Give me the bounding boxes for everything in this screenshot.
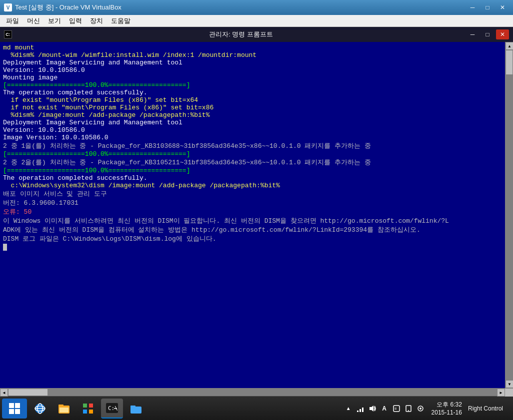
- vbox-close-button[interactable]: ✕: [496, 2, 509, 12]
- svg-rect-3: [15, 409, 20, 414]
- menu-file[interactable]: 파일: [2, 15, 23, 26]
- cmd-titlebar: C: 관리자: 명령 프롬프트 ─ □ ✕: [0, 27, 513, 42]
- cmd-line: Image Version: 10.0.10586.0: [3, 134, 496, 141]
- cmd-minimize-button[interactable]: ─: [466, 29, 479, 39]
- tablet-tray-icon[interactable]: [404, 404, 414, 414]
- svg-rect-1: [15, 403, 20, 408]
- svg-text:≡: ≡: [394, 407, 397, 411]
- menu-devices[interactable]: 장치: [86, 15, 107, 26]
- cmd-line: Version: 10.0.10586.0: [3, 126, 496, 134]
- hscroll-right-button[interactable]: ►: [497, 389, 505, 397]
- hscroll-left-button[interactable]: ◄: [0, 389, 8, 397]
- cmd-body[interactable]: md mount %dism% /mount-wim /wimfile:inst…: [0, 42, 505, 388]
- cmd-icon-title: C:: [4, 30, 12, 38]
- cmd-line: 2 중 1을(를) 처리하는 중 - Package_for_KB3103688…: [3, 141, 496, 150]
- cmd-line: %dism% /mount-wim /wimfile:install.wim /…: [3, 51, 496, 59]
- cmd-line: if exist "mount\Program Files (x86)" set…: [3, 96, 496, 104]
- cmd-window-area: C: 관리자: 명령 프롬프트 ─ □ ✕ md mount %dism% /m…: [0, 27, 513, 420]
- cmd-text-content[interactable]: md mount %dism% /mount-wim /wimfile:inst…: [0, 42, 499, 388]
- svg-rect-2: [9, 409, 14, 414]
- cmd-content-area: md mount %dism% /mount-wim /wimfile:inst…: [0, 42, 513, 396]
- vbox-title: Test [실행 중] - Oracle VM VirtualBox: [15, 3, 466, 12]
- cmd-line: Mounting image: [3, 74, 496, 81]
- cmd-taskbar-icon[interactable]: C:\: [101, 399, 123, 419]
- cmd-line: ADK에 있는 최신 버전의 DISM을 컴퓨터에 설치하는 방법은 http:…: [3, 225, 496, 234]
- scrollbar-corner: [505, 389, 513, 397]
- cmd-body-row: md mount %dism% /mount-wim /wimfile:inst…: [0, 42, 513, 388]
- menu-input[interactable]: 입력: [65, 15, 86, 26]
- folder-taskbar-icon[interactable]: [125, 399, 147, 419]
- clock-date: 2015-11-16: [432, 409, 462, 416]
- svg-rect-18: [130, 407, 142, 414]
- svg-rect-13: [83, 410, 87, 414]
- svg-rect-22: [362, 408, 364, 412]
- clock-time: 오후 6:32: [432, 401, 462, 409]
- svg-point-27: [408, 410, 409, 411]
- svg-rect-20: [357, 411, 358, 412]
- vbox-icon: V: [4, 3, 12, 11]
- svg-rect-12: [89, 404, 93, 408]
- ie-taskbar-icon[interactable]: [29, 399, 51, 419]
- cmd-line: [3, 243, 496, 251]
- svg-marker-23: [370, 406, 374, 412]
- vscroll-thumb[interactable]: [506, 50, 513, 75]
- hscrollbar[interactable]: ◄ ►: [0, 388, 513, 396]
- svg-point-29: [420, 408, 422, 410]
- cmd-line: 배포 이미지 서비스 및 관리 도구: [3, 189, 496, 198]
- cmd-line: [====================100.0%=============…: [3, 167, 496, 174]
- hscroll-track[interactable]: [8, 389, 497, 396]
- menu-machine[interactable]: 머신: [23, 15, 44, 26]
- cmd-line: c:\Windows\system32\dism /image:mount /a…: [3, 182, 496, 189]
- vscroll-up-button[interactable]: ▲: [506, 42, 513, 50]
- taskbar: C:\ ▲: [0, 396, 513, 420]
- show-hidden-icons-button[interactable]: ▲: [344, 404, 354, 414]
- cmd-line: [====================100.0%=============…: [3, 150, 496, 158]
- cmd-line: if not exist "mount\Program Files (x86)"…: [3, 104, 496, 111]
- cmd-line: Deployment Image Servicing and Managemen…: [3, 119, 496, 126]
- hscroll-thumb[interactable]: [8, 389, 48, 396]
- keyboard-tray-icon[interactable]: A: [380, 404, 390, 414]
- cmd-line: The operation completed successfully.: [3, 89, 496, 96]
- menu-view[interactable]: 보기: [44, 15, 65, 26]
- notification-tray-icon[interactable]: ≡: [392, 404, 402, 414]
- cmd-title: 관리자: 명령 프롬프트: [16, 30, 466, 39]
- vbox-minimize-button[interactable]: ─: [466, 2, 479, 12]
- cmd-line: The operation completed successfully.: [3, 174, 496, 182]
- clock-display[interactable]: 오후 6:32 2015-11-16: [428, 401, 462, 416]
- svg-rect-14: [89, 410, 93, 414]
- cmd-window-controls: ─ □ ✕: [466, 29, 509, 39]
- svg-rect-11: [83, 404, 87, 408]
- svg-rect-10: [60, 408, 68, 413]
- vbox-restore-button[interactable]: □: [481, 2, 494, 12]
- vbox-window-controls: ─ □ ✕: [466, 2, 509, 12]
- cmd-line: 버전: 6.3.9600.17031: [3, 198, 496, 207]
- cmd-line: DISM 로그 파일은 C:\Windows\Logs\DISM\dism.lo…: [3, 234, 496, 243]
- svg-rect-21: [360, 409, 361, 412]
- virtualbox-window: V Test [실행 중] - Oracle VM VirtualBox ─ □…: [0, 0, 513, 420]
- vscroll-track[interactable]: [506, 50, 513, 380]
- cmd-line: 2 중 2을(를) 처리하는 중 - Package_for_KB3105211…: [3, 158, 496, 167]
- taskbar-tray: ▲ A: [340, 401, 511, 416]
- connect-tray-icon[interactable]: [416, 404, 426, 414]
- svg-rect-9: [58, 405, 64, 407]
- cmd-restore-button[interactable]: □: [481, 29, 494, 39]
- cmd-line: Version: 10.0.10586.0: [3, 66, 496, 74]
- cmd-line: 오류: 50: [3, 207, 496, 216]
- cmd-line: md mount: [3, 44, 496, 51]
- store-taskbar-icon[interactable]: [77, 399, 99, 419]
- network-tray-icon[interactable]: [356, 404, 366, 414]
- vscrollbar[interactable]: ▲ ▼: [505, 42, 513, 388]
- volume-tray-icon[interactable]: [368, 404, 378, 414]
- vscroll-down-button[interactable]: ▼: [506, 380, 513, 388]
- menu-help[interactable]: 도움말: [107, 15, 134, 26]
- svg-rect-19: [130, 406, 136, 408]
- explorer-taskbar-icon[interactable]: [53, 399, 75, 419]
- vbox-menubar: 파일 머신 보기 입력 장치 도움말: [0, 15, 513, 27]
- vbox-titlebar: V Test [실행 중] - Oracle VM VirtualBox ─ □…: [0, 0, 513, 15]
- right-control-label[interactable]: Right Control: [464, 405, 507, 412]
- cmd-line: %dism% /image:mount /add-package /packag…: [3, 111, 496, 119]
- start-button[interactable]: [2, 399, 27, 419]
- cmd-close-button[interactable]: ✕: [496, 29, 509, 39]
- svg-rect-0: [9, 403, 14, 408]
- cmd-line: Deployment Image Servicing and Managemen…: [3, 59, 496, 66]
